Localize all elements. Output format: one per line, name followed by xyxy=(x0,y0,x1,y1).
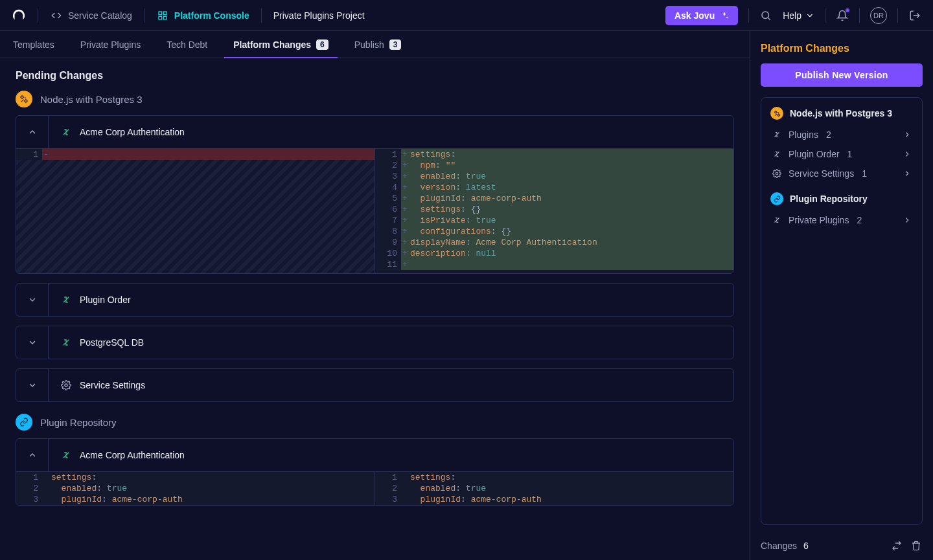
diff-line: 3 pluginId: acme-corp-auth xyxy=(375,494,733,505)
diff-line: 1- xyxy=(16,149,374,160)
link-icon xyxy=(770,192,783,205)
chevron-down-icon xyxy=(27,337,38,348)
chevron-up-icon xyxy=(27,127,38,137)
diff-left: 1- xyxy=(16,149,374,273)
diff-line: 1settings: xyxy=(375,472,733,483)
diff-line: 7+ isPrivate: true xyxy=(375,215,733,226)
avatar[interactable]: DR xyxy=(870,7,887,24)
tab-tech-debt[interactable]: Tech Debt xyxy=(154,31,220,58)
chevron-right-icon xyxy=(903,150,912,159)
panel-toggle[interactable] xyxy=(16,116,49,148)
link-icon xyxy=(16,414,32,431)
panel-title-text: Plugin Order xyxy=(80,295,131,305)
tab-templates[interactable]: Templates xyxy=(0,31,67,58)
tree-item-label: Plugins xyxy=(789,129,818,140)
panel-title-text: PostgreSQL DB xyxy=(80,337,144,348)
help-label: Help xyxy=(783,10,801,21)
tree-item-count: 1 xyxy=(847,149,853,159)
diff-line: 5+ pluginId: acme-corp-auth xyxy=(375,193,733,204)
diff-line: 3 pluginId: acme-corp-auth xyxy=(16,494,374,505)
bell-icon[interactable] xyxy=(836,9,849,22)
panel-toggle[interactable] xyxy=(16,369,49,401)
logout-icon[interactable] xyxy=(908,9,921,22)
plug-icon xyxy=(772,149,782,159)
gear-icon xyxy=(60,379,72,391)
tree-group-title: Node.js with Postgres 3 xyxy=(790,108,892,118)
tree-item-label: Plugin Order xyxy=(789,149,840,159)
search-icon[interactable] xyxy=(759,9,772,22)
panel-acme-auth: Acme Corp Authentication 1- 1+settings:2… xyxy=(16,115,734,274)
trash-icon[interactable] xyxy=(910,539,923,552)
svg-point-4 xyxy=(762,12,769,19)
chevron-down-icon xyxy=(805,11,814,20)
diff-line: 10+description: null xyxy=(375,248,733,259)
ask-jovu-button[interactable]: Ask Jovu xyxy=(665,6,738,25)
button-label: Publish New Version xyxy=(795,70,888,80)
tree-group: Plugin Repository xyxy=(770,192,913,205)
help-menu[interactable]: Help xyxy=(783,10,814,21)
tab-label: Private Plugins xyxy=(80,39,141,50)
changes-tree: Node.js with Postgres 3 Plugins2Plugin O… xyxy=(761,97,923,525)
tab-label: Tech Debt xyxy=(167,39,207,50)
panel-toggle[interactable] xyxy=(16,439,49,471)
plug-icon xyxy=(772,215,782,225)
svg-rect-3 xyxy=(163,16,167,19)
diff-viewer: 1- 1+settings:2+ npm: ""3+ enabled: true… xyxy=(16,149,733,273)
plug-icon xyxy=(60,337,72,348)
tree-item[interactable]: Plugins2 xyxy=(770,125,913,144)
divider xyxy=(144,8,144,23)
svg-rect-0 xyxy=(159,12,162,15)
panel-acme-auth-2: Acme Corp Authentication 1settings:2 ena… xyxy=(16,438,734,506)
sparkle-icon xyxy=(720,11,729,20)
divider xyxy=(897,8,898,23)
chevron-down-icon xyxy=(27,295,38,305)
tab-publish[interactable]: Publish 3 xyxy=(341,31,415,58)
nav-label: Service Catalog xyxy=(68,10,132,21)
tree-group: Node.js with Postgres 3 xyxy=(770,107,913,120)
nav-project[interactable]: Private Plugins Project xyxy=(273,10,365,21)
divider xyxy=(859,8,860,23)
nav-platform-console[interactable]: Platform Console xyxy=(156,9,249,22)
plug-icon xyxy=(60,126,72,138)
tab-label: Publish xyxy=(354,39,384,50)
svg-point-6 xyxy=(776,172,778,175)
publish-button[interactable]: Publish New Version xyxy=(761,63,923,87)
chevron-right-icon xyxy=(903,130,912,139)
nav-label: Private Plugins Project xyxy=(273,10,365,21)
tree-item-label: Private Plugins xyxy=(789,215,849,225)
divider xyxy=(38,8,38,23)
diff-right: 1settings:2 enabled: true3 pluginId: acm… xyxy=(374,472,733,505)
tools-icon xyxy=(770,107,783,120)
main-scroll[interactable]: Pending Changes Node.js with Postgres 3 xyxy=(0,58,750,560)
diff-line: 11+ xyxy=(375,259,733,270)
svg-rect-2 xyxy=(159,16,162,19)
panel-toggle[interactable] xyxy=(16,326,49,359)
panel-postgresql: PostgreSQL DB xyxy=(16,326,734,359)
nav-service-catalog[interactable]: Service Catalog xyxy=(50,9,132,22)
grid-icon xyxy=(156,9,169,22)
avatar-initials: DR xyxy=(873,12,884,19)
footer-count: 6 xyxy=(803,541,809,551)
divider xyxy=(748,8,749,23)
sidebar-footer: Changes 6 xyxy=(750,532,933,560)
tab-platform-changes[interactable]: Platform Changes 6 xyxy=(220,31,341,58)
tab-private-plugins[interactable]: Private Plugins xyxy=(67,31,154,58)
sidebar-heading: Platform Changes xyxy=(761,43,923,54)
panel-header: Acme Corp Authentication xyxy=(16,116,733,148)
panel-toggle[interactable] xyxy=(16,284,49,316)
tree-item[interactable]: Service Settings1 xyxy=(770,164,913,183)
count-badge: 6 xyxy=(316,39,328,50)
compare-icon[interactable] xyxy=(890,539,903,552)
tools-icon xyxy=(16,91,32,107)
tree-item[interactable]: Private Plugins2 xyxy=(770,210,913,230)
panel-plugin-order: Plugin Order xyxy=(16,283,734,317)
tree-item-count: 2 xyxy=(826,129,831,140)
panel-title-text: Acme Corp Authentication xyxy=(80,450,185,460)
button-label: Ask Jovu xyxy=(674,10,715,21)
diff-line: 4+ version: latest xyxy=(375,182,733,193)
chevron-up-icon xyxy=(27,450,38,460)
diff-line: 3+ enabled: true xyxy=(375,171,733,182)
count-badge: 3 xyxy=(389,39,402,50)
tree-item[interactable]: Plugin Order1 xyxy=(770,144,913,164)
diff-line: 2 enabled: true xyxy=(375,483,733,494)
